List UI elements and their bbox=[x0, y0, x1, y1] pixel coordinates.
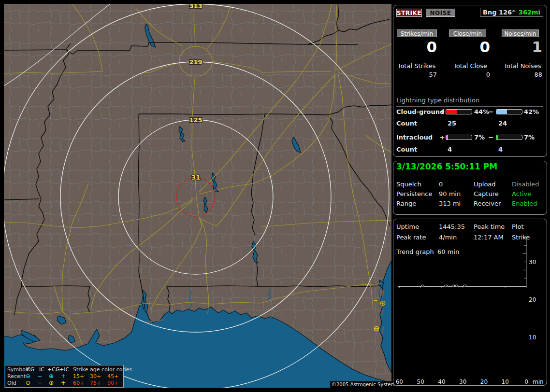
capture-label: Capture bbox=[474, 190, 499, 197]
range-value: 313 mi bbox=[439, 200, 461, 207]
upload-status: Disabled bbox=[512, 181, 539, 188]
squelch-value: 0 bbox=[439, 181, 443, 188]
cg-pos-bar-fill bbox=[446, 110, 457, 114]
ic-neg-bar-fill bbox=[496, 135, 498, 140]
trend-x-tick-50: 50 bbox=[417, 378, 424, 385]
old-pos-cg-icon: ⊕ bbox=[49, 380, 54, 386]
total-close-label: Total Close bbox=[449, 62, 492, 70]
datetime-display: 3/13/2026 5:50:11 PM bbox=[396, 162, 543, 174]
age-45: 45+ bbox=[107, 373, 118, 379]
squelch-label: Squelch bbox=[396, 181, 421, 188]
trend-y-tick-30: 30 bbox=[529, 259, 536, 266]
map-legend: Symbols -CG -IC +CG +IC Strike age color… bbox=[5, 365, 124, 388]
persistence-label: Persistence bbox=[396, 190, 432, 197]
trend-y-tick-20: 20 bbox=[529, 296, 536, 303]
noises-per-min-value: 1 bbox=[500, 39, 542, 55]
ring-label-219: 219 bbox=[189, 58, 202, 66]
age-60: 60+ bbox=[73, 380, 84, 386]
cg-neg-pct: 42% bbox=[524, 108, 539, 115]
trend-x-tick-10: 10 bbox=[502, 378, 509, 385]
trend-x-tick-40: 40 bbox=[438, 378, 445, 385]
noises-per-min-badge: Noises/min bbox=[502, 29, 539, 37]
cg-neg-bar bbox=[496, 109, 522, 114]
close-per-min-badge: Close/min bbox=[449, 29, 486, 37]
legend-age-header: Strike age color codes bbox=[73, 366, 132, 373]
cg-neg-count: 24 bbox=[498, 120, 507, 127]
total-strikes-value: 57 bbox=[395, 71, 437, 78]
legend-col-pos-cg: +CG bbox=[47, 366, 59, 373]
total-close-value: 0 bbox=[448, 71, 490, 78]
cg-plus-sign: + bbox=[439, 108, 446, 115]
range-label: Range bbox=[396, 200, 416, 207]
ring-label-125: 125 bbox=[189, 116, 202, 124]
age-90: 90+ bbox=[107, 380, 118, 386]
upload-label: Upload bbox=[474, 181, 496, 188]
persistence-value: 90 min bbox=[439, 190, 461, 197]
recent-neg-cg-icon: ⊖ bbox=[26, 373, 30, 379]
cloud-ground-label: Cloud-ground bbox=[396, 108, 444, 115]
legend-old-label: Old bbox=[7, 380, 16, 386]
ic-neg-bar bbox=[496, 135, 522, 140]
bearing-range: 362mi bbox=[519, 9, 540, 16]
trend-y-tick-10: 10 bbox=[529, 334, 536, 341]
total-strikes-label: Total Strikes bbox=[395, 62, 438, 70]
copyright-bar: ©2005 Astrogenic Systems bbox=[330, 381, 392, 388]
strikes-per-min-value: 0 bbox=[395, 39, 437, 55]
recent-neg-ic-icon: − bbox=[37, 373, 42, 379]
noise-mode-button[interactable]: NOISE bbox=[426, 9, 455, 17]
bearing-readout: Bng 126° 362mi bbox=[480, 8, 543, 17]
legend-col-neg-cg: -CG bbox=[25, 366, 34, 373]
receiver-label: Receiver bbox=[474, 200, 501, 207]
ic-pos-count: 4 bbox=[448, 146, 452, 153]
ic-neg-count: 4 bbox=[498, 146, 503, 153]
ic-neg-pct: 7% bbox=[524, 134, 535, 141]
total-noises-label: Total Noises bbox=[501, 62, 544, 70]
capture-status: Active bbox=[512, 190, 531, 197]
age-30: 30+ bbox=[90, 373, 101, 379]
ic-pos-bar-fill bbox=[446, 135, 448, 140]
intracloud-label: Intracloud bbox=[396, 134, 433, 141]
strikes-per-min-badge: Strikes/min bbox=[397, 29, 437, 37]
receiver-status: Enabled bbox=[512, 200, 537, 207]
age-15: 15+ bbox=[73, 373, 84, 379]
ring-label-313: 313 bbox=[189, 4, 202, 10]
old-neg-cg-icon: ⊖ bbox=[26, 380, 30, 386]
ic-count-label: Count bbox=[396, 146, 417, 153]
ring-label-31: 31 bbox=[191, 174, 200, 181]
cg-pos-count: 25 bbox=[448, 120, 456, 127]
legend-col-pos-ic: +IC bbox=[59, 366, 69, 373]
old-pos-ic-icon: + bbox=[61, 380, 66, 386]
ic-plus-sign: + bbox=[439, 134, 446, 141]
old-neg-ic-icon: − bbox=[37, 380, 42, 386]
strike-mode-button[interactable]: STRIKE bbox=[396, 9, 422, 17]
recent-pos-ic-icon: + bbox=[61, 373, 66, 379]
ic-minus-sign: − bbox=[487, 134, 495, 141]
trend-x-tick-30: 30 bbox=[459, 378, 466, 385]
age-75: 75+ bbox=[90, 380, 101, 386]
total-noises-value: 88 bbox=[500, 71, 542, 78]
distribution-header: Lightning type distribution bbox=[396, 97, 543, 107]
app-window: 313 219 125 31 Symbols -CG -IC +CG +IC S… bbox=[0, 0, 550, 392]
trend-x-tick-60: 60 bbox=[396, 378, 403, 385]
trend-line bbox=[398, 285, 526, 286]
trend-x-tick-0: 0 bbox=[524, 378, 528, 385]
cg-neg-bar-fill bbox=[496, 110, 507, 114]
bearing-label: Bng 126° bbox=[483, 9, 515, 16]
ic-pos-bar bbox=[446, 135, 472, 140]
trend-x-unit: min bbox=[533, 378, 544, 385]
recent-pos-cg-icon: ⊕ bbox=[49, 373, 54, 379]
legend-col-neg-ic: -IC bbox=[37, 366, 44, 373]
trend-x-tick-20: 20 bbox=[480, 378, 488, 385]
legend-recent-label: Recent bbox=[7, 373, 26, 379]
cg-count-label: Count bbox=[396, 120, 417, 127]
cg-minus-sign: − bbox=[487, 108, 495, 115]
trend-graph bbox=[393, 219, 547, 386]
close-per-min-value: 0 bbox=[448, 39, 490, 55]
cg-pos-bar bbox=[446, 109, 472, 114]
ic-pos-pct: 7% bbox=[474, 134, 485, 141]
map-canvas[interactable]: 313 219 125 31 bbox=[4, 4, 391, 388]
